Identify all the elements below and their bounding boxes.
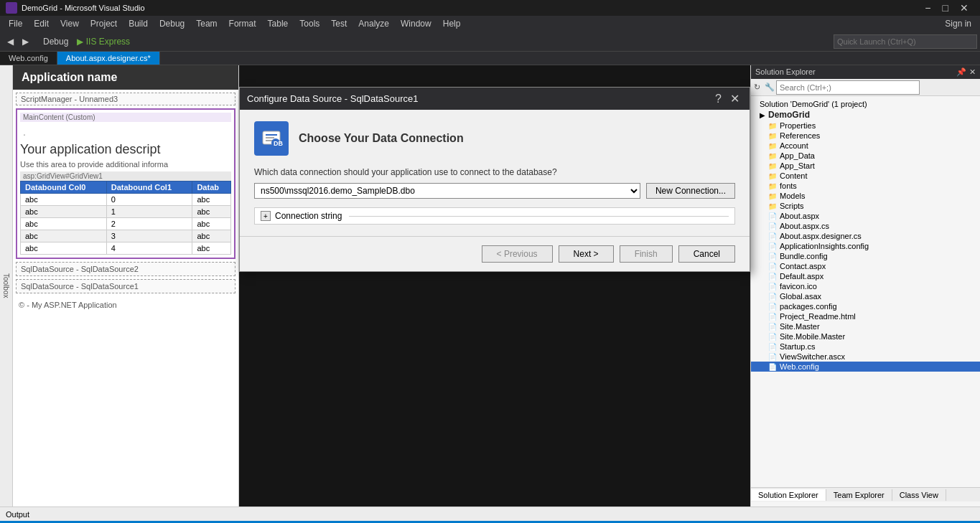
tree-fonts[interactable]: 📁fonts xyxy=(751,181,980,191)
properties-button[interactable]: 🔧 xyxy=(765,83,775,92)
finish-button[interactable]: Finish xyxy=(620,245,673,263)
tab-webconfig[interactable]: Web.config xyxy=(0,52,57,65)
menu-window[interactable]: Window xyxy=(395,17,437,30)
expand-connection-string-button[interactable]: + xyxy=(261,211,271,221)
tree-sitemobile[interactable]: 📄Site.Mobile.Master xyxy=(751,331,980,341)
modal-header-section: DB Choose Your Data Connection xyxy=(254,121,735,156)
cancel-button[interactable]: Cancel xyxy=(678,245,735,263)
connection-string-row: + Connection string xyxy=(254,207,735,225)
tree-bundle[interactable]: 📄Bundle.config xyxy=(751,251,980,261)
tree-account[interactable]: 📁Account xyxy=(751,141,980,151)
back-button[interactable]: ◀ xyxy=(3,35,18,48)
tree-contact[interactable]: 📄Contact.aspx xyxy=(751,261,980,271)
modal-overlay: Configure Data Source - SqlDataSource1 ?… xyxy=(239,65,750,506)
about-designer-icon: 📄 xyxy=(768,232,777,240)
signin-button[interactable]: Sign in xyxy=(939,17,977,30)
run-button[interactable]: ▶ IIS Express xyxy=(73,35,134,48)
tree-startup[interactable]: 📄Startup.cs xyxy=(751,341,980,352)
properties-icon: 📁 xyxy=(768,122,777,130)
tree-properties[interactable]: 📁Properties xyxy=(751,121,980,131)
maximize-button[interactable]: □ xyxy=(937,0,954,16)
window-controls: − □ ✕ xyxy=(919,0,974,16)
editor-area: Configure Data Source - SqlDataSource1 ?… xyxy=(239,65,750,506)
menu-format[interactable]: Format xyxy=(223,17,262,30)
forward-button[interactable]: ▶ xyxy=(18,35,33,48)
tree-about-aspx[interactable]: 📄About.aspx xyxy=(751,211,980,221)
solution-tree: Solution 'DemoGrid' (1 project) ▶ DemoGr… xyxy=(751,96,980,487)
refresh-button[interactable]: ↻ xyxy=(754,83,760,92)
tree-content[interactable]: 📁Content xyxy=(751,171,980,181)
new-connection-button[interactable]: New Connection... xyxy=(646,183,735,199)
solution-search-input[interactable] xyxy=(776,80,920,95)
tree-appstart[interactable]: 📁App_Start xyxy=(751,161,980,171)
menu-analyze[interactable]: Analyze xyxy=(353,17,395,30)
menu-table[interactable]: Table xyxy=(262,17,294,30)
menu-bar: File Edit View Project Build Debug Team … xyxy=(0,16,980,32)
modal-help-button[interactable]: ? xyxy=(712,92,724,105)
tree-sitemaster[interactable]: 📄Site.Master xyxy=(751,321,980,331)
menu-edit[interactable]: Edit xyxy=(28,17,55,30)
grid-col-2: Datab xyxy=(192,182,231,194)
tree-appdata[interactable]: 📁App_Data xyxy=(751,151,980,161)
tree-project-label[interactable]: Solution 'DemoGrid' (1 project) xyxy=(751,99,980,109)
grid-cell: 2 xyxy=(106,218,192,230)
project-label: Solution 'DemoGrid' (1 project) xyxy=(760,100,867,108)
output-label: Output xyxy=(6,510,29,519)
modal-close-button[interactable]: ✕ xyxy=(727,92,742,105)
menu-help[interactable]: Help xyxy=(437,17,467,30)
menu-tools[interactable]: Tools xyxy=(294,17,325,30)
tree-readme[interactable]: 📄Project_Readme.html xyxy=(751,311,980,321)
webconfig-icon: 📄 xyxy=(768,363,777,371)
previous-button[interactable]: < Previous xyxy=(482,245,553,263)
readme-icon: 📄 xyxy=(768,313,777,321)
grid-cell: 4 xyxy=(106,242,192,255)
tree-packages[interactable]: 📄packages.config xyxy=(751,301,980,311)
menu-build[interactable]: Build xyxy=(123,17,154,30)
grid-cell: 0 xyxy=(106,194,192,206)
tree-default[interactable]: 📄Default.aspx xyxy=(751,271,980,281)
script-manager: ScriptManager - Unnamed3 xyxy=(16,93,235,105)
close-button[interactable]: ✕ xyxy=(954,0,974,16)
menu-view[interactable]: View xyxy=(55,17,85,30)
team-explorer-tab[interactable]: Team Explorer xyxy=(826,489,892,501)
menu-file[interactable]: File xyxy=(3,17,28,30)
panel-close-button[interactable]: ✕ xyxy=(969,67,976,77)
tree-webconfig[interactable]: 📄Web.config xyxy=(751,362,980,372)
connection-dropdown[interactable]: ns500\mssql2016.demo_SampleDB.dbo xyxy=(254,183,640,199)
grid-cell: abc xyxy=(192,242,231,255)
toolbox-strip[interactable]: Toolbox xyxy=(0,65,13,506)
content-label: MainContent (Custom) xyxy=(20,113,231,122)
modal-icon: DB xyxy=(254,121,289,156)
menu-project[interactable]: Project xyxy=(85,17,123,30)
tab-designer[interactable]: About.aspx.designer.cs* xyxy=(57,52,160,65)
menu-test[interactable]: Test xyxy=(325,17,353,30)
main-layout: Toolbox Application name ScriptManager -… xyxy=(0,65,980,506)
menu-debug[interactable]: Debug xyxy=(154,17,190,30)
solution-explorer-title: Solution Explorer xyxy=(755,67,816,77)
tree-references[interactable]: 📁References xyxy=(751,131,980,141)
tree-about-cs[interactable]: 📄About.aspx.cs xyxy=(751,221,980,231)
table-row: abc3abc xyxy=(21,230,231,242)
tree-viewswitcher[interactable]: 📄ViewSwitcher.ascx xyxy=(751,352,980,362)
demogrid-icon: ▶ xyxy=(760,111,765,119)
quick-launch-input[interactable] xyxy=(834,34,977,49)
configure-datasource-modal: Configure Data Source - SqlDataSource1 ?… xyxy=(239,87,750,272)
tree-global[interactable]: 📄Global.asax xyxy=(751,291,980,301)
toolbar: ◀ ▶ Debug ▶ IIS Express xyxy=(0,32,980,52)
menu-team[interactable]: Team xyxy=(190,17,223,30)
about-cs-icon: 📄 xyxy=(768,222,777,230)
tree-scripts[interactable]: 📁Scripts xyxy=(751,201,980,211)
tree-models[interactable]: 📁Models xyxy=(751,191,980,201)
tree-favicon[interactable]: 📄favicon.ico xyxy=(751,281,980,291)
table-row: abc0abc xyxy=(21,194,231,206)
svg-rect-2 xyxy=(266,137,274,138)
solution-explorer-tab[interactable]: Solution Explorer xyxy=(751,489,826,501)
next-button[interactable]: Next > xyxy=(559,245,614,263)
tree-demogrid[interactable]: ▶ DemoGrid xyxy=(751,109,980,121)
minimize-button[interactable]: − xyxy=(919,0,936,16)
tree-about-designer[interactable]: 📄About.aspx.designer.cs xyxy=(751,231,980,241)
tree-appinsights[interactable]: 📄ApplicationInsights.config xyxy=(751,241,980,251)
gridview-ref: asp:GridView#GridView1 xyxy=(20,171,231,181)
pin-button[interactable]: 📌 xyxy=(956,67,966,77)
class-view-tab[interactable]: Class View xyxy=(892,489,946,501)
